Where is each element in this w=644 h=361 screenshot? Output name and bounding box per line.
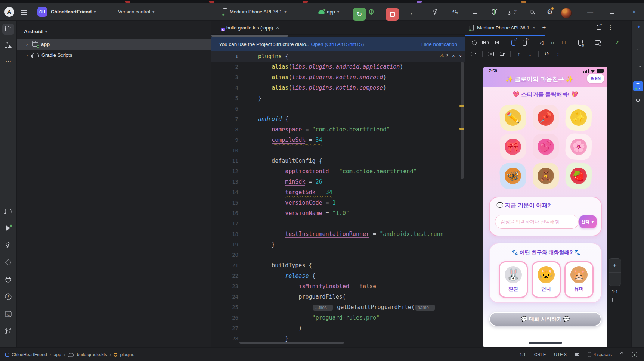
- banner-hide-link[interactable]: Hide notification: [421, 41, 457, 47]
- screenshot-button[interactable]: [485, 49, 496, 59]
- sticker-tile[interactable]: 📌: [533, 105, 559, 131]
- zoom-level-label[interactable]: 1:1: [609, 289, 621, 295]
- hide-panel-icon[interactable]: —: [620, 24, 626, 31]
- sticker-tile[interactable]: 🍓: [565, 162, 592, 190]
- code-area[interactable]: 1plugins {2 alias(libs.plugins.android.a…: [211, 51, 465, 344]
- code-line[interactable]: 15 versionCode = 1: [211, 197, 465, 208]
- rotate-right-button[interactable]: [519, 38, 530, 47]
- gradle-tool-button[interactable]: [638, 46, 638, 52]
- search-everywhere-button[interactable]: [527, 3, 537, 21]
- code-line[interactable]: 24 proguardFiles(: [211, 292, 465, 302]
- close-tab-icon[interactable]: ×: [276, 25, 279, 31]
- android-back-button[interactable]: ◁: [536, 38, 547, 47]
- run-configuration-selector[interactable]: app▾: [318, 3, 339, 21]
- window-minimize-button[interactable]: —: [583, 3, 598, 21]
- code-line[interactable]: 12 applicationId = "com.chloe.heartfrien…: [211, 166, 465, 177]
- rerun-button[interactable]: ↻: [353, 8, 366, 21]
- problems-tool-button[interactable]: !: [5, 294, 12, 300]
- layout-inspector-tool-button[interactable]: [638, 100, 638, 107]
- device-settings-button[interactable]: [575, 38, 586, 47]
- project-selector[interactable]: ChloeHeartFriend▾: [51, 3, 96, 21]
- code-line[interactable]: 10: [211, 145, 465, 156]
- sticker-tile[interactable]: 🌸: [565, 133, 592, 161]
- warning-stripe-mark[interactable]: [459, 128, 464, 130]
- code-line[interactable]: 4 alias(libs.plugins.kotlin.compose): [211, 83, 465, 93]
- mood-input[interactable]: [495, 215, 579, 229]
- sticker-tile[interactable]: ✏️: [499, 104, 527, 131]
- device-selector[interactable]: Medium Phone API 36.1▾: [223, 3, 287, 21]
- code-line[interactable]: 14 targetSdk = 34: [211, 187, 465, 197]
- version-control-menu[interactable]: Version control▾: [118, 3, 155, 21]
- panel-options-kebab-icon[interactable]: ⋮: [608, 24, 613, 31]
- running-devices-tool-button[interactable]: [633, 81, 643, 91]
- git-tool-button[interactable]: [5, 328, 11, 334]
- cursor-position-widget[interactable]: 1:1: [520, 352, 526, 357]
- banner-open-link[interactable]: Open (Ctrl+Alt+Shift+S): [311, 41, 364, 47]
- code-line[interactable]: 11 defaultConfig {: [211, 156, 465, 166]
- encoding-widget[interactable]: UTF-8: [554, 352, 567, 357]
- sticker-tile[interactable]: 🦋: [499, 162, 527, 190]
- sticker-tile[interactable]: 🧸: [533, 163, 559, 189]
- rotate-left-button[interactable]: [508, 38, 519, 47]
- crumb-app[interactable]: app: [54, 352, 61, 357]
- push-file-button[interactable]: ↑: [513, 49, 524, 59]
- code-line[interactable]: 6: [211, 103, 465, 114]
- code-line[interactable]: 17: [211, 218, 465, 229]
- code-line[interactable]: 16 versionName = "1.0": [211, 208, 465, 218]
- tree-row-gradle-scripts[interactable]: › Gradle Scripts: [17, 50, 211, 60]
- mood-select-button[interactable]: 선택 ▼: [579, 215, 597, 228]
- app-quality-insights-tool-button[interactable]: [6, 260, 10, 265]
- code-line[interactable]: 22 release {: [211, 271, 465, 281]
- build-button[interactable]: [430, 3, 441, 21]
- sticker-tile[interactable]: ✨: [565, 104, 592, 131]
- expand-chevron-icon[interactable]: ›: [26, 42, 30, 47]
- terminal-tool-button[interactable]: ›_: [5, 311, 12, 317]
- device-manager-tool-button[interactable]: [638, 65, 638, 72]
- emulator-screen[interactable]: 7:58 ✨ 클로이의 마음친구 ✨ ⊕ EN 💖 스티커를 클릭해봐! 💖 ✏…: [483, 67, 607, 347]
- user-avatar[interactable]: [561, 8, 572, 18]
- stop-button[interactable]: [386, 8, 399, 21]
- run-options-kebab-menu[interactable]: ⋮: [409, 3, 414, 21]
- code-line[interactable]: 7android {: [211, 114, 465, 124]
- code-line[interactable]: 19 }: [211, 239, 465, 250]
- android-home-button[interactable]: ○: [547, 38, 558, 47]
- main-menu-icon[interactable]: [21, 3, 27, 21]
- tab-bar-scrollbar[interactable]: [211, 35, 288, 37]
- code-line[interactable]: 20: [211, 250, 465, 260]
- friend-option-유머[interactable]: 🐹유머: [564, 261, 594, 298]
- run-tool-button[interactable]: [6, 225, 10, 231]
- expand-chevron-icon[interactable]: ›: [26, 53, 30, 58]
- code-line[interactable]: 21 buildTypes {: [211, 260, 465, 271]
- device-tab[interactable]: Medium Phone API 36.1 × +: [469, 21, 546, 35]
- status-notification-icon[interactable]: !: [632, 352, 637, 357]
- settings-button[interactable]: ⚙: [545, 3, 555, 21]
- close-device-tab-icon[interactable]: ×: [532, 25, 535, 31]
- friend-option-찐친[interactable]: 🐰찐친: [499, 261, 528, 298]
- build-tool-button[interactable]: [5, 242, 12, 248]
- code-line[interactable]: 25 ...files = getDefaultProguardFile(nam…: [211, 302, 465, 312]
- prev-warning-icon[interactable]: ∧: [452, 53, 455, 58]
- attach-debugger-button[interactable]: ↗: [489, 3, 500, 21]
- code-line[interactable]: 18 testInstrumentationRunner = "androidx…: [211, 229, 465, 239]
- code-line[interactable]: 5}: [211, 93, 465, 103]
- screen-compare-button[interactable]: [592, 38, 603, 47]
- column-mode-icon[interactable]: [575, 353, 579, 356]
- next-warning-icon[interactable]: ∨: [459, 53, 462, 58]
- zoom-out-button[interactable]: —: [609, 273, 621, 286]
- zoom-in-button[interactable]: +: [609, 259, 621, 273]
- show-keyboard-button[interactable]: [468, 49, 480, 59]
- editor-tab-build-gradle[interactable]: K build.gradle.kts (:app) ×: [217, 21, 279, 35]
- code-line[interactable]: 1plugins {: [211, 51, 465, 62]
- screen-record-button[interactable]: [496, 49, 508, 59]
- code-line[interactable]: 23 isMinifyEnabled = false: [211, 281, 465, 292]
- crumb-file[interactable]: build.gradle.kts: [77, 352, 107, 357]
- code-line[interactable]: 26 "proguard-rules.pro": [211, 312, 465, 323]
- line-ending-widget[interactable]: CRLF: [534, 352, 546, 357]
- code-line[interactable]: 27 ): [211, 323, 465, 333]
- device-kebab-menu[interactable]: ⋮: [552, 49, 564, 59]
- inspection-widget[interactable]: ⚠ 2 ∧ ∨: [440, 53, 462, 58]
- crumb-element[interactable]: plugins: [120, 352, 134, 357]
- warning-stripe-mark[interactable]: [459, 105, 464, 107]
- project-view-selector[interactable]: Android▾: [24, 29, 47, 34]
- project-tool-button[interactable]: [2, 24, 14, 35]
